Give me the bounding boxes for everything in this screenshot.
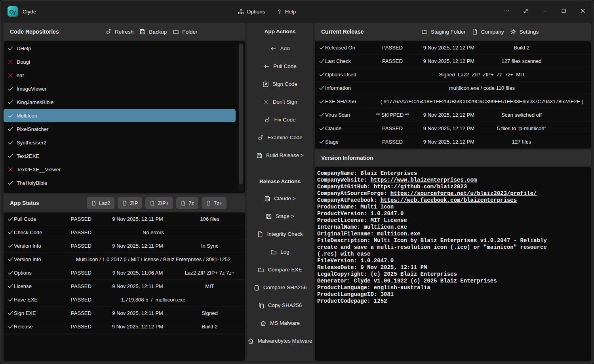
status-label: EXE SHA256 xyxy=(325,99,373,104)
button-label: Backup xyxy=(149,29,167,35)
action-label: Log xyxy=(280,249,289,255)
action-log-button[interactable]: Log xyxy=(247,243,313,261)
repos-folder-button[interactable]: Folder xyxy=(173,28,197,35)
repo-item[interactable]: Text2EXE__Viewer xyxy=(4,163,236,176)
version-information-box: CompanyName: Blaiz EnterprisesCompanyWeb… xyxy=(315,167,591,361)
home-icon xyxy=(248,338,254,344)
status-label: Options xyxy=(14,270,61,276)
version-field: InternalName: multiicon.exe xyxy=(317,224,407,230)
repo-item[interactable]: Synthesiser2 xyxy=(4,136,236,149)
scrollbar-thumb[interactable] xyxy=(239,44,243,184)
chip-label: 7z+ xyxy=(214,200,222,206)
check-icon xyxy=(8,324,13,330)
repos-refresh-button[interactable]: Refresh xyxy=(105,28,133,35)
version-link[interactable]: https://web.facebook.com/blaizenterprise… xyxy=(381,197,517,203)
version-info-line: ProductName: Multi Icon xyxy=(317,204,564,210)
expand-button[interactable] xyxy=(523,8,529,15)
check-icon xyxy=(319,139,325,145)
format-7z--button[interactable]: 7z+ xyxy=(202,197,227,209)
current-release-header: Current Release Staging FolderCompanySet… xyxy=(315,23,591,40)
repo-name: eat xyxy=(17,72,24,78)
status-row: Pull CodePASSED9 Nov 2025, 12:11 PM106 f… xyxy=(4,212,245,226)
format-zip--button[interactable]: ZIP+ xyxy=(145,197,173,209)
action-ms-malware-button[interactable]: MS Malware xyxy=(247,314,313,332)
floppy-icon xyxy=(266,213,272,220)
check-icon xyxy=(319,45,325,51)
action-malwarebytes-malware-button[interactable]: Malwarebytes Malware xyxy=(247,332,313,350)
repo-list-scrollbar[interactable] xyxy=(238,42,244,192)
format-zip-button[interactable]: ZIP xyxy=(118,197,142,209)
status-row: Have EXEPASSED1,719,808 b / multiicon.ex… xyxy=(4,293,245,307)
home-icon xyxy=(260,320,267,326)
action-label: Malwarebytes Malware xyxy=(257,338,312,344)
action-claude-button[interactable]: Claude > xyxy=(247,190,313,207)
action-pull-code-button[interactable]: Pull Code xyxy=(247,57,313,75)
button-label: Refresh xyxy=(115,29,133,35)
repo-item[interactable]: KingJamesBible xyxy=(4,95,236,109)
status-date: 9 Nov 2025, 11:06 AM xyxy=(101,270,174,276)
maximize-button[interactable] xyxy=(561,8,567,15)
version-text: CompanyName: Blaiz EnterprisesCompanyWeb… xyxy=(317,170,564,305)
titlebar-help-button[interactable]: Help xyxy=(276,9,296,15)
version-field: LegalCopyright: (c) 2025 Blaiz Enterpris… xyxy=(317,271,457,277)
repo-name: MultiIcon xyxy=(17,113,37,119)
close-button[interactable] xyxy=(580,8,586,15)
app-status-rows: Pull CodePASSED9 Nov 2025, 12:11 PM106 f… xyxy=(4,212,245,361)
version-link[interactable]: https://github.com/blaiz2023 xyxy=(374,184,467,190)
repo-item[interactable]: Text2EXE xyxy=(4,149,236,163)
status-row: LicensePASSED9 Nov 2025, 12:11 PMMIT xyxy=(4,280,245,293)
repos-backup-button[interactable]: Backup xyxy=(139,28,167,35)
check-icon xyxy=(8,243,13,249)
version-link[interactable]: https://sourceforge.net/u/blaiz2023/prof… xyxy=(390,190,537,197)
repo-item[interactable]: Dougi xyxy=(4,55,236,68)
repo-item[interactable]: DHelp xyxy=(4,42,236,55)
version-link[interactable]: https://www.blaizenterprises.com xyxy=(370,177,477,183)
titlebar-menu-label: Options xyxy=(247,9,265,15)
more-button[interactable] xyxy=(504,8,510,15)
magnifier-icon xyxy=(257,135,264,141)
release-staging-folder-button[interactable]: Staging Folder xyxy=(421,28,466,35)
release-company-button[interactable]: Company xyxy=(472,28,504,35)
action-build-release-button[interactable]: Build Release > xyxy=(247,146,313,164)
status-date: 9 Nov 2025, 12:11 PM xyxy=(101,243,174,249)
action-don-t-sign-button[interactable]: Don't Sign xyxy=(247,93,313,111)
app-logo: Cy xyxy=(8,6,18,17)
arrow-left-icon xyxy=(263,63,270,70)
repo-item[interactable]: ImageViewer xyxy=(4,82,236,95)
version-info-line: CompanyAtSourceForge: https://sourceforg… xyxy=(317,190,564,197)
clipboard-icon xyxy=(253,284,260,291)
action-copy-sha256-button[interactable]: Copy SHA256 xyxy=(247,296,313,314)
status-date: 9 Nov 2025, 12:12 PM xyxy=(412,139,485,145)
file-icon xyxy=(91,201,96,206)
action-sign-code-button[interactable]: Sign Code xyxy=(247,75,313,93)
floppy-icon xyxy=(264,195,270,202)
status-result: PASSED xyxy=(61,270,101,276)
action-compare-sha256-button[interactable]: Compare SHA256 xyxy=(247,279,313,296)
action-examine-code-button[interactable]: Examine Code xyxy=(247,129,313,146)
titlebar-options-button[interactable]: Options xyxy=(238,9,265,15)
version-info-line: Generator: Clyde v1.00.1922 (c) 2025 Bla… xyxy=(317,278,564,284)
version-field: FileDescription: Multi Icon by Blaiz Ent… xyxy=(317,237,550,257)
format-laz2-button[interactable]: Laz2 xyxy=(87,197,114,209)
titlebar: Cy Clyde OptionsHelp xyxy=(0,0,594,23)
version-info-line: ProductCodepage: 1252 xyxy=(317,298,564,305)
repo-item[interactable]: TheHolyBible xyxy=(4,176,236,190)
status-row: Virus Scan** SKIPPED **9 Nov 2025, 12:12… xyxy=(315,108,591,122)
version-info-line: ProductLicense: MIT License xyxy=(317,217,564,224)
action-integrity-check-button[interactable]: Integrity Check xyxy=(247,225,313,243)
status-row: Options UsedSigned Laz2 ZIP ZIP+ 7z 7z+ … xyxy=(315,68,591,82)
app-actions-title: App Actions xyxy=(247,23,313,40)
action-add-button[interactable]: Add xyxy=(247,40,313,57)
repo-item[interactable]: MultiIcon xyxy=(4,109,236,122)
release-settings-button[interactable]: Settings xyxy=(510,28,539,35)
format-7z-button[interactable]: 7z xyxy=(176,197,198,209)
repo-item[interactable]: eat xyxy=(4,68,236,82)
status-row: StagePASSED9 Nov 2025, 12:12 PM127 files xyxy=(315,135,591,149)
minimize-button[interactable] xyxy=(542,8,548,15)
action-compare-exe-button[interactable]: Compare EXE xyxy=(247,261,313,279)
action-fix-code-button[interactable]: Fix Code xyxy=(247,111,313,129)
x-icon xyxy=(8,59,13,65)
action-stage-button[interactable]: Stage > xyxy=(247,207,313,225)
repo-item[interactable]: PixelSnatcher xyxy=(4,122,236,136)
status-label: Released On xyxy=(325,45,373,51)
